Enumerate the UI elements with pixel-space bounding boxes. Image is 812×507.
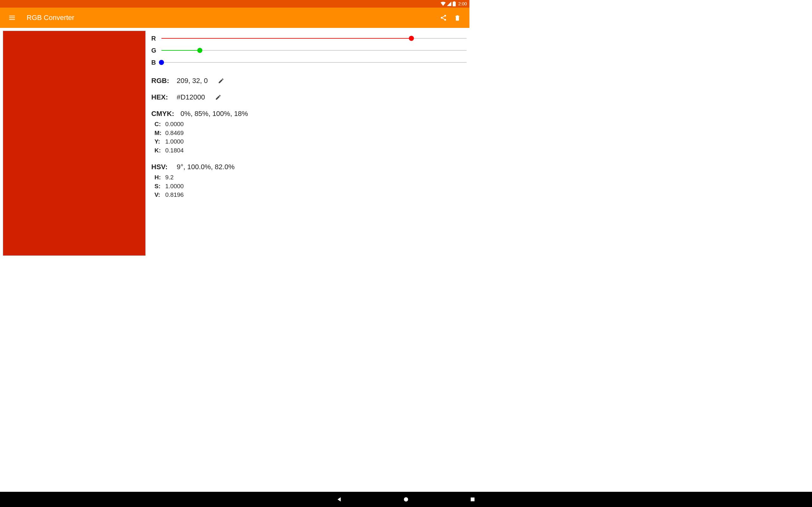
edit-hex-button[interactable] [215,94,221,101]
svg-point-2 [444,15,446,17]
slider-blue-thumb[interactable] [159,60,164,65]
slider-green-thumb[interactable] [197,48,202,53]
edit-rgb-button[interactable] [218,78,224,84]
hsv-s-row: S:1.0000 [154,182,467,191]
signal-icon [447,2,451,6]
menu-button[interactable] [5,11,19,25]
share-button[interactable] [437,11,450,25]
cmyk-y-row: Y:1.0000 [154,137,467,146]
cmyk-c-value: 0.0000 [165,120,184,129]
svg-point-4 [444,19,446,20]
slider-blue-track[interactable] [161,59,467,66]
cmyk-k-value: 0.1804 [165,146,184,155]
hsv-h-value: 9.2 [165,173,173,182]
cmyk-section: CMYK: 0%, 85%, 100%, 18% C:0.0000 M:0.84… [151,110,467,155]
slider-green-label: G [151,47,156,54]
slider-green-track[interactable] [161,47,467,54]
svg-rect-1 [454,1,455,2]
hex-section: HEX: #D12000 [151,93,467,101]
hex-value: #D12000 [177,93,205,101]
cmyk-m-value: 0.8469 [165,129,184,137]
app-bar: RGB Converter [0,8,469,28]
hex-label: HEX: [151,93,170,101]
rgb-label: RGB: [151,77,170,85]
battery-icon [453,1,456,6]
hsv-v-row: V:0.8196 [154,190,467,199]
cmyk-value: 0%, 85%, 100%, 18% [181,110,248,118]
cmyk-m-row: M:0.8469 [154,129,467,137]
hsv-value: 9°, 100.0%, 82.0% [177,163,235,171]
wifi-icon [441,2,446,6]
color-swatch [3,31,146,256]
delete-button[interactable] [450,11,464,25]
svg-rect-0 [453,2,456,6]
app-title: RGB Converter [27,14,74,22]
slider-green: G [151,44,467,56]
slider-blue-label: B [151,59,156,66]
cmyk-k-row: K:0.1804 [154,146,467,155]
slider-red: R [151,32,467,44]
slider-red-label: R [151,35,156,42]
content-area: R G B RGB: [0,28,469,278]
hsv-v-value: 0.8196 [165,190,184,199]
status-clock: 2:00 [458,1,467,6]
cmyk-label: CMYK: [151,110,174,118]
slider-red-thumb[interactable] [409,36,414,41]
svg-point-3 [441,17,443,19]
cmyk-y-value: 1.0000 [165,137,184,146]
slider-red-track[interactable] [161,35,467,42]
hsv-section: HSV: 9°, 100.0%, 82.0% H:9.2 S:1.0000 V:… [151,163,467,199]
hsv-label: HSV: [151,163,170,171]
controls-panel: R G B RGB: [151,31,467,275]
hsv-s-value: 1.0000 [165,182,184,191]
hsv-h-row: H:9.2 [154,173,467,182]
slider-blue: B [151,56,467,68]
cmyk-c-row: C:0.0000 [154,120,467,129]
rgb-section: RGB: 209, 32, 0 [151,77,467,85]
status-bar: 2:00 [0,0,469,8]
rgb-value: 209, 32, 0 [177,77,208,85]
